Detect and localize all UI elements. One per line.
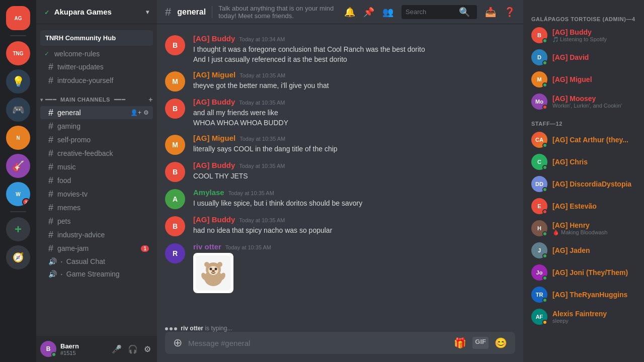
message-content: [AG] Buddy Today at 10:35 AM had no idea… [193,215,515,236]
channel-item-music[interactable]: # music [40,160,153,173]
member-status: sleepy [552,318,636,324]
server-icon-tng[interactable]: TNG [6,41,30,65]
message-time: Today at 10:35 AM [225,244,271,250]
members-category-staff: STAFF—12 [527,117,640,129]
message-meta: [AG] Miguel Today at 10:35 AM [193,70,515,79]
server-icon-s4[interactable]: 🎮 [6,98,30,122]
member-item[interactable]: M [AG] Miguel [527,68,640,90]
emoji-button[interactable]: 😊 [495,337,507,349]
member-item[interactable]: H [AG] Henry 🩸 Making Bloodwash [527,217,640,239]
discover-button[interactable]: 🧭 [6,245,30,269]
add-member-icon[interactable]: 👤+ [130,109,141,116]
server-header[interactable]: ✓ Akupara Games ▾ [36,0,157,24]
channel-item-game-jam[interactable]: # game-jam 1 [40,242,153,255]
server-icon-s5[interactable]: N [6,126,30,150]
member-name: [AG] Chris [552,158,636,166]
channel-item-movies-tv[interactable]: # movies-tv [40,188,153,201]
mute-button[interactable]: 🎤 [110,343,124,355]
speaker-icon: 🔊 [48,257,57,265]
member-item[interactable]: AF Alexis Faintreny sleepy [527,306,640,328]
member-item[interactable]: Jo [AG] Joni (They/Them) [527,261,640,284]
search-input[interactable] [406,8,456,16]
member-item[interactable]: E [AG] Estevão [527,195,640,217]
status-dot [542,298,547,303]
message-author: [AG] Buddy [193,215,235,224]
user-settings-button[interactable]: ⚙ [142,343,153,355]
channel-item-pets[interactable]: # pets [40,215,153,228]
member-item[interactable]: CA [AG] Cat Arthur (they... [527,129,640,151]
channel-item-game-streaming[interactable]: 🔊 • Game Streaming [40,268,153,280]
deafen-button[interactable]: 🎧 [126,343,140,355]
svg-point-5 [215,268,217,270]
bullet-icon: • [61,272,62,277]
help-icon[interactable]: ❓ [504,7,515,18]
server-icon-s6[interactable]: 🎸 [6,154,30,178]
members-icon[interactable]: 👥 [382,7,393,18]
member-item[interactable]: DD [AG] DiscordiaDystopia [527,173,640,195]
member-item[interactable]: B [AG] Buddy 🎵 Listening to Spotify [527,24,640,46]
channel-item-casual-chat[interactable]: 🔊 • Casual Chat [40,255,153,267]
member-name: [AG] Buddy [552,28,636,36]
user-avatar: B [40,341,56,357]
members-sidebar: GALÁPAGOS TORTOISE (ADMIN)—4 B [AG] Budd… [523,0,644,362]
server-divider [10,35,26,36]
channel-item-introduce-yourself[interactable]: # introduce-yourself [40,74,153,87]
category-line-left: ━━━ [45,97,57,103]
member-name: [AG] Henry [552,221,636,229]
message-input[interactable] [188,333,448,353]
channel-header-name: general [177,8,206,17]
gift-icon[interactable]: 🎁 [454,337,466,349]
member-info: [AG] Joni (They/Them) [552,268,636,277]
channel-item-memes[interactable]: # memes [40,201,153,214]
member-avatar: M [531,71,547,87]
channel-item-self-promo[interactable]: # self-promo [40,133,153,146]
notification-icon[interactable]: 🔔 [344,7,355,18]
channel-item-food[interactable]: # food [40,174,153,187]
category-main-channels[interactable]: ▾ ━━━ MAIN CHANNELS ━━━ + [36,87,157,106]
channel-item-welcome-rules[interactable]: ✓ welcome-rules [40,48,153,60]
server-dropdown-icon: ▾ [146,9,149,16]
add-server-button[interactable]: + [6,217,30,241]
message-meta: [AG] Buddy Today at 10:35 AM [193,98,515,106]
server-icon-wombo[interactable]: W 1 [6,182,30,206]
member-item[interactable]: D [AG] David [527,46,640,68]
inbox-icon[interactable]: 📥 [485,7,496,18]
input-area: ⊕ 🎁 GIF 😊 [157,332,523,362]
server-icon-s3[interactable]: 💡 [6,69,30,94]
channel-item-general[interactable]: # general 👤+ ⚙ [40,106,153,119]
member-name: [AG] Jaden [552,246,636,254]
message-group: R riv otter Today at 10:35 AM [157,240,523,295]
message-content: [AG] Miguel Today at 10:35 AM theyve got… [193,70,515,92]
status-dot [542,165,547,170]
member-name: [AG] Cat Arthur (they... [552,136,636,144]
message-author: riv otter [193,242,221,251]
member-item[interactable]: C [AG] Chris [527,151,640,173]
status-dot [542,82,547,87]
server-icon-main[interactable]: AG [6,6,30,30]
message-time: Today at 10:34 AM [239,36,285,42]
member-item[interactable]: J [AG] Jaden [527,239,640,261]
channel-item-industry-advice[interactable]: # industry-advice [40,228,153,241]
attach-button[interactable]: ⊕ [173,336,182,349]
channel-item-gaming[interactable]: # gaming [40,120,153,133]
community-hub-item[interactable]: TNRH Community Hub [40,30,153,46]
status-dot [542,231,547,236]
message-author: Amylase [193,188,224,197]
pin-icon[interactable]: 📌 [363,7,374,18]
message-group: A Amylase Today at 10:35 AM I usually li… [157,186,523,211]
gif-button[interactable]: GIF [472,337,489,349]
add-channel-button[interactable]: + [148,96,153,104]
member-avatar: E [531,198,547,214]
hash-icon: # [48,190,53,199]
search-icon: 🔍 [459,7,470,18]
channel-item-creative-feedback[interactable]: # creative-feedback [40,147,153,160]
settings-icon[interactable]: ⚙ [143,109,149,116]
member-name: [AG] TheRyanHuggins [552,291,636,299]
channel-item-twitter-updates[interactable]: # twitter-updates [40,60,153,73]
message-author: [AG] Buddy [193,98,235,106]
bullet-icon: • [61,259,62,264]
sticker-image [193,253,233,293]
member-item[interactable]: Mo [AG] Moosey Workin', Lurkin', and Coo… [527,90,640,113]
member-info: [AG] Buddy 🎵 Listening to Spotify [552,28,636,42]
member-item[interactable]: TR [AG] TheRyanHuggins [527,284,640,306]
